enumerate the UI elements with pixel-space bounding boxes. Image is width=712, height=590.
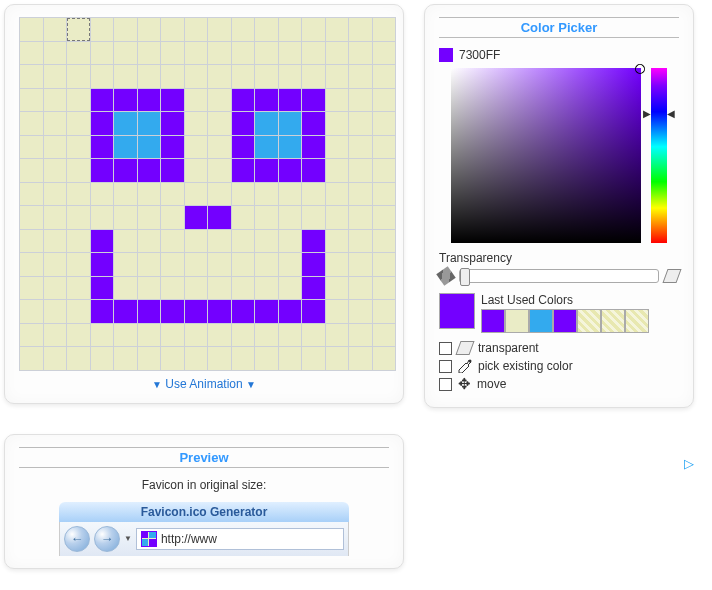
pixel-cell[interactable] [44,18,67,41]
pixel-cell[interactable] [138,183,161,206]
pixel-cell[interactable] [114,18,137,41]
pixel-cell[interactable] [349,159,372,182]
pixel-cell[interactable] [114,324,137,347]
pixel-cell[interactable] [279,136,302,159]
pixel-cell[interactable] [185,230,208,253]
pixel-cell[interactable] [114,89,137,112]
pixel-cell[interactable] [185,277,208,300]
pixel-cell[interactable] [114,206,137,229]
pixel-cell[interactable] [373,230,396,253]
current-color-large-swatch[interactable] [439,293,475,329]
pixel-cell[interactable] [20,89,43,112]
move-checkbox[interactable] [439,378,452,391]
pixel-cell[interactable] [161,324,184,347]
pixel-cell[interactable] [373,159,396,182]
pixel-cell[interactable] [20,42,43,65]
pixel-cell[interactable] [255,277,278,300]
pixel-cell[interactable] [185,253,208,276]
pixel-cell[interactable] [91,159,114,182]
pixel-cell[interactable] [44,206,67,229]
pixel-cell[interactable] [44,277,67,300]
pixel-cell[interactable] [44,183,67,206]
pixel-cell[interactable] [302,253,325,276]
pixel-cell[interactable] [67,42,90,65]
pixel-cell[interactable] [138,300,161,323]
pixel-cell[interactable] [185,183,208,206]
pixel-cell[interactable] [67,183,90,206]
pixel-cell[interactable] [67,112,90,135]
pixel-cell[interactable] [302,42,325,65]
pixel-cell[interactable] [67,136,90,159]
pixel-cell[interactable] [208,300,231,323]
pixel-cell[interactable] [279,253,302,276]
pixel-cell[interactable] [326,159,349,182]
pixel-cell[interactable] [44,159,67,182]
pixel-cell[interactable] [91,112,114,135]
pixel-cell[interactable] [279,89,302,112]
pixel-cell[interactable] [20,253,43,276]
pixel-cell[interactable] [185,206,208,229]
pixel-cell[interactable] [349,42,372,65]
pixel-cell[interactable] [373,253,396,276]
forward-button[interactable]: → [94,526,120,552]
pixel-cell[interactable] [208,230,231,253]
pixel-cell[interactable] [326,206,349,229]
pixel-cell[interactable] [232,136,255,159]
pixel-cell[interactable] [255,324,278,347]
pixel-cell[interactable] [20,230,43,253]
pixel-cell[interactable] [208,277,231,300]
pixel-cell[interactable] [67,347,90,370]
pixel-cell[interactable] [326,42,349,65]
pixel-cell[interactable] [326,112,349,135]
pixel-cell[interactable] [326,65,349,88]
pixel-cell[interactable] [20,206,43,229]
address-bar[interactable]: http://www [136,528,344,550]
pixel-cell[interactable] [255,89,278,112]
pixel-cell[interactable] [208,65,231,88]
pixel-cell[interactable] [326,89,349,112]
pixel-cell[interactable] [138,253,161,276]
pixel-cell[interactable] [349,253,372,276]
pixel-cell[interactable] [326,253,349,276]
pixel-cell[interactable] [279,18,302,41]
pixel-cell[interactable] [161,42,184,65]
pixel-cell[interactable] [255,230,278,253]
pixel-cell[interactable] [91,136,114,159]
pixel-cell[interactable] [302,136,325,159]
pixel-cell[interactable] [279,65,302,88]
pixel-cell[interactable] [302,324,325,347]
pixel-cell[interactable] [185,300,208,323]
pixel-cell[interactable] [138,65,161,88]
pixel-cell[interactable] [373,136,396,159]
pixel-cell[interactable] [255,65,278,88]
pixel-cell[interactable] [67,324,90,347]
pixel-cell[interactable] [302,65,325,88]
pixel-cell[interactable] [349,277,372,300]
palette-swatch[interactable] [553,309,577,333]
pixel-cell[interactable] [255,300,278,323]
pixel-cell[interactable] [138,277,161,300]
pixel-cell[interactable] [91,18,114,41]
pixel-cell[interactable] [326,183,349,206]
pixel-cell[interactable] [279,230,302,253]
pixel-cell[interactable] [20,347,43,370]
pixel-cell[interactable] [208,159,231,182]
pixel-cell[interactable] [20,324,43,347]
pixel-cell[interactable] [232,183,255,206]
pixel-cell[interactable] [20,136,43,159]
pixel-cell[interactable] [91,65,114,88]
pixel-cell[interactable] [279,159,302,182]
palette-swatch[interactable] [625,309,649,333]
pixel-cell[interactable] [349,89,372,112]
pixel-cell[interactable] [114,277,137,300]
pixel-cell[interactable] [326,300,349,323]
pixel-cell[interactable] [185,136,208,159]
pixel-cell[interactable] [20,18,43,41]
pixel-cell[interactable] [161,347,184,370]
pixel-cell[interactable] [302,230,325,253]
pixel-cell[interactable] [255,18,278,41]
history-dropdown-icon[interactable]: ▼ [124,534,132,543]
pixel-cell[interactable] [302,18,325,41]
pixel-cell[interactable] [44,89,67,112]
pixel-cell[interactable] [232,18,255,41]
